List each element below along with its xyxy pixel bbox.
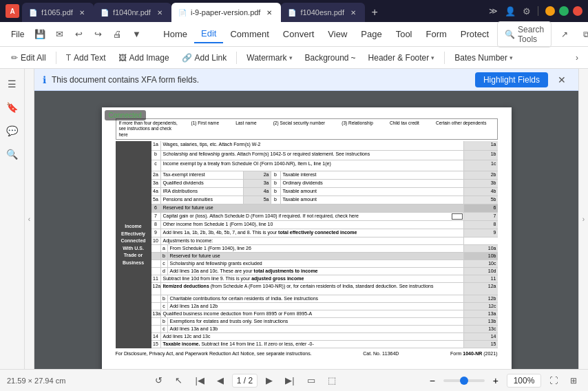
save-icon[interactable]: 💾 <box>31 25 49 43</box>
fit-window-button[interactable]: ⛶ <box>545 374 562 388</box>
share-button[interactable]: ↗ <box>556 27 574 42</box>
table-row: b Reserved for future use 10b <box>151 253 498 260</box>
table-row: a From Schedule 1 (Form 1040), line 26 1… <box>151 245 498 253</box>
zoom-out-button[interactable]: − <box>426 373 439 388</box>
pdf-footer-catalog: Cat. No. 11364D <box>363 351 399 356</box>
app-icon: A <box>6 4 19 18</box>
prev-page-button[interactable]: ◀ <box>213 373 228 388</box>
table-row: 11 Subtract line 10d from line 9. This i… <box>151 275 498 283</box>
table-row: 8 Other income from Schedule 1 (Form 104… <box>151 221 498 229</box>
redo-icon[interactable]: ↪ <box>89 25 107 43</box>
connected-text: Connected <box>120 237 145 245</box>
print-icon[interactable]: 🖨 <box>108 25 126 43</box>
fit-page-button[interactable]: ⊞ <box>566 374 581 388</box>
toolbar-more-button[interactable]: › <box>571 51 582 65</box>
add-text-label: Add Text <box>74 53 105 63</box>
settings-icon[interactable]: ⚙ <box>523 6 531 17</box>
single-page-view-button[interactable]: ▭ <box>303 373 319 388</box>
table-row: c Income exempt by a treaty from Schedul… <box>151 160 498 171</box>
background-button[interactable]: Background ~ <box>300 51 361 65</box>
sidebar-bookmarks-icon[interactable]: 🔖 <box>3 98 22 117</box>
background-tilde: ~ <box>351 53 356 63</box>
edit-all-icon: ✏ <box>11 53 18 63</box>
last-page-button[interactable]: ▶| <box>281 373 298 388</box>
pdf-rows: 1a Wages, salaries, tips, etc. Attach Fo… <box>151 141 498 348</box>
watermark-button[interactable]: Watermark ▾ <box>241 51 297 65</box>
minimize-button[interactable] <box>545 6 555 16</box>
close-button[interactable] <box>573 6 582 16</box>
zoom-in-button[interactable]: + <box>489 373 503 388</box>
add-link-button[interactable]: 🔗 Add Link <box>176 51 233 65</box>
add-text-button[interactable]: T Add Text <box>61 51 112 65</box>
more-tabs-button[interactable]: ≫ <box>486 3 501 19</box>
sidebar-search-icon[interactable]: 🔍 <box>3 145 22 164</box>
maximize-button[interactable] <box>559 6 569 16</box>
business-label: Business <box>123 260 144 267</box>
table-row: c Scholarship and fellowship grants excl… <box>151 260 498 268</box>
sidebar-pages-icon[interactable]: ☰ <box>3 74 22 94</box>
menu-edit[interactable]: Edit <box>194 25 223 43</box>
tab-pdf-icon: 📄 <box>178 9 187 17</box>
new-tab-button[interactable]: + <box>365 3 384 22</box>
pdf-main-content: Income Effectively Connected With U.S. T… <box>116 141 498 348</box>
first-page-button[interactable]: |◀ <box>191 373 208 388</box>
edit-all-label: Edit All <box>21 53 46 63</box>
table-row: 15 Taxable income. Subtract line 14 from… <box>151 341 498 348</box>
tab-close[interactable]: ✕ <box>348 8 358 17</box>
menu-page[interactable]: Page <box>354 25 388 43</box>
tab-close[interactable]: ✕ <box>264 8 274 17</box>
bates-number-button[interactable]: Bates Number ▾ <box>449 51 518 65</box>
right-collapse-handle[interactable]: › <box>578 69 588 369</box>
pdf-footer-disclosure: For Disclosure, Privacy Act, and Paperwo… <box>116 351 312 356</box>
menu-protect[interactable]: Protect <box>454 25 496 43</box>
email-icon[interactable]: ✉ <box>50 25 68 43</box>
main-content[interactable]: ℹ This document contains XFA form fields… <box>34 69 578 369</box>
cursor-tool-button[interactable]: ↖ <box>171 373 187 388</box>
collapse-left-handle[interactable]: ‹ <box>25 69 34 369</box>
watermark-label: Watermark <box>246 53 286 63</box>
table-row: d Add lines 10a and 10c. These are your … <box>151 268 498 275</box>
add-image-button[interactable]: 🖼 Add Image <box>113 51 175 65</box>
tab-f1040nr[interactable]: 📄 f1040nr.pdf ✕ <box>94 3 171 22</box>
menu-right: 🔍 Search Tools ↗ ⧉ <box>497 21 588 47</box>
tab-pdf-icon: 📄 <box>101 9 109 17</box>
zoom-slider[interactable] <box>443 379 485 382</box>
tab-close[interactable]: ✕ <box>77 8 87 17</box>
dependents-header: If more than four dependents, see instru… <box>116 118 498 140</box>
menu-file[interactable]: File <box>6 27 30 42</box>
xfa-message: This document contains XFA form fields. <box>52 75 470 85</box>
background-label: Background <box>305 53 349 63</box>
pdf-footer-form: Form 1040-NR (2021) <box>450 351 497 356</box>
rotate-left-button[interactable]: ↺ <box>151 373 167 388</box>
window-button[interactable]: ⧉ <box>578 27 588 42</box>
sidebar-comments-icon[interactable]: 💬 <box>3 121 22 140</box>
tab-f1065[interactable]: 📄 f1065.pdf ✕ <box>22 3 94 22</box>
undo-icon[interactable]: ↩ <box>70 25 87 43</box>
zoom-level[interactable]: 100% <box>507 374 541 388</box>
search-tools-button[interactable]: 🔍 Search Tools <box>497 21 552 47</box>
zoom-thumb[interactable] <box>460 377 468 385</box>
menu-comment[interactable]: Comment <box>223 25 275 43</box>
profile-icon[interactable]: 👤 <box>505 6 516 17</box>
menu-form[interactable]: Form <box>419 25 454 43</box>
title-bar: A 📄 f1065.pdf ✕ 📄 f1040nr.pdf ✕ 📄 i-9-pa… <box>0 0 588 22</box>
left-sidebar: ☰ 🔖 💬 🔍 <box>0 69 25 369</box>
menu-convert[interactable]: Convert <box>276 25 322 43</box>
checkbox-7[interactable] <box>452 213 463 220</box>
menu-view[interactable]: View <box>321 25 354 43</box>
tab-f1040esn[interactable]: 📄 f1040esn.pdf ✕ <box>281 3 365 22</box>
dropdown-icon[interactable]: ▼ <box>127 25 145 43</box>
page-indicator[interactable]: 1 / 2 <box>232 374 258 388</box>
tab-close[interactable]: ✕ <box>155 8 165 17</box>
tab-i9-paper[interactable]: 📄 i-9-paper-version.pdf ✕ <box>171 3 282 22</box>
header-footer-button[interactable]: Header & Footer ▾ <box>363 51 441 65</box>
edit-all-button[interactable]: ✏ Edit All <box>6 51 52 65</box>
xfa-close-button[interactable]: ✕ <box>554 73 570 87</box>
add-image-icon: 🖼 <box>118 53 127 63</box>
add-link-icon: 🔗 <box>182 53 192 63</box>
menu-tool[interactable]: Tool <box>389 25 419 43</box>
highlight-fields-button[interactable]: Highlight Fields <box>475 72 548 87</box>
continuous-view-button[interactable]: ⬚ <box>324 373 340 388</box>
next-page-button[interactable]: ▶ <box>262 373 277 388</box>
menu-home[interactable]: Home <box>156 25 194 43</box>
